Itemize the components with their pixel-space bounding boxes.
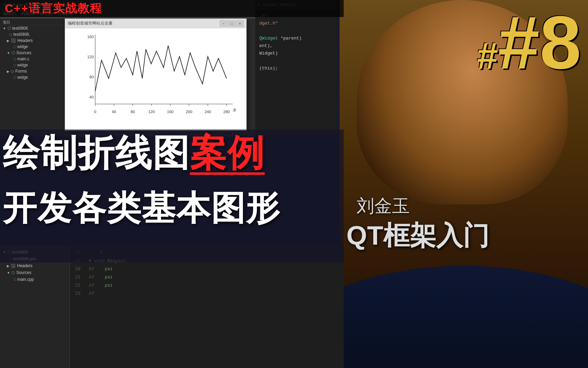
sidebar-item-label: Forms (15, 69, 27, 74)
chart-title-text: 编程创造城市网站点击量 (68, 20, 113, 26)
sidebar-item-label: Headers (17, 38, 33, 43)
chart-titlebar: 编程创造城市网站点击量 − □ × (65, 19, 246, 28)
main-title-line2: 开发各类基本图形 (3, 191, 280, 225)
sidebar-item-label: widge (17, 75, 28, 80)
code-line: ent), (259, 42, 333, 50)
svg-text:280: 280 (223, 109, 230, 114)
code-line (259, 57, 333, 65)
folder-icon: ⬛ (11, 264, 16, 268)
line-number: 22 (75, 281, 86, 290)
bottom-sidebar-sources[interactable]: ▼ ⬡ Sources (0, 269, 69, 276)
file-icon: □ (14, 57, 16, 61)
sidebar-item-forms[interactable]: ▶ ◇ Forms (0, 68, 68, 74)
svg-text:40: 40 (89, 95, 94, 99)
code-content: .h" dget.h" QWidget *parent) ent), Widge… (255, 10, 337, 75)
minimize-button[interactable]: − (220, 20, 227, 27)
line-number: 20 (75, 265, 86, 273)
arrow-right-icon: ▶ (7, 39, 10, 43)
line-number: 23 (75, 290, 86, 298)
episode-badge: ##8 (477, 5, 581, 80)
svg-text:120: 120 (148, 109, 155, 114)
maximize-button[interactable]: □ (228, 20, 235, 27)
svg-text:80: 80 (89, 75, 94, 79)
code-line-20: 20 // pai (75, 265, 338, 273)
close-button[interactable]: × (236, 20, 244, 27)
title-white-part: 绘制折线图 (3, 135, 190, 171)
hash-symbol: # (477, 34, 498, 76)
chart-window[interactable]: 编程创造城市网站点击量 − □ × 160 120 80 40 (65, 18, 247, 131)
sidebar-item-widget-cpp[interactable]: □ widge (0, 62, 68, 68)
folder-icon: ⬛ (11, 38, 16, 43)
svg-text:水平轴: 水平轴 (233, 107, 236, 112)
bottom-sidebar: ▼ ⬡ test0806 □ test0806.pro ▶ ⬛ Headers … (0, 245, 70, 368)
code-line (259, 27, 333, 35)
sidebar-item-label: widge (17, 44, 28, 49)
arrow-down-icon: ▼ (7, 51, 10, 55)
project-icon: ⬡ (7, 26, 11, 31)
title-line2-text: 开发各类基本图形 (3, 189, 280, 227)
sidebar-item-label: test0806 (12, 26, 28, 31)
svg-text:120: 120 (87, 55, 94, 59)
svg-text:0: 0 (94, 109, 96, 114)
bottom-sidebar-headers[interactable]: ▶ ⬛ Headers (0, 262, 69, 269)
line-chart-svg: 160 120 80 40 0 40 80 120 160 200 240 28… (80, 31, 236, 119)
project-label: 项目 (0, 18, 68, 25)
sources-icon: ⬡ (12, 271, 15, 275)
sidebar-item-label: Headers (17, 263, 32, 268)
red-underline (190, 172, 265, 175)
sidebar-item-widget-ui[interactable]: □ widge (0, 74, 68, 80)
code-line-21: 21 // pai (75, 273, 338, 281)
svg-text:40: 40 (112, 109, 116, 114)
main-title-line1: 绘制折线图 案例 (3, 135, 265, 171)
sidebar-item-main-c[interactable]: □ main.c (0, 56, 68, 62)
qt-framework-label: QT框架入门 (346, 218, 489, 254)
top-header-bar: C++语言实战教程 (0, 0, 344, 17)
arrow-right-icon: ▶ (7, 70, 10, 73)
code-line: dget.h" (259, 20, 333, 27)
code-line: (this); (259, 65, 333, 72)
file-icon: □ (14, 45, 16, 49)
sidebar-item-label: main.cpp (17, 277, 34, 282)
arrow-down-icon: ▼ (3, 27, 6, 30)
code-line-23: 23 // (75, 290, 338, 298)
bottom-code-editor: 15 J 16 ▼ void Wicpain 20 // pai 21 // p… (70, 245, 344, 368)
qt-creator-area: widget.cpp @ test0806 - Qt Creator 编辑(E)… (0, 0, 259, 136)
arrow-right-icon: ▶ (7, 264, 10, 268)
title-red-part: 案例 (190, 135, 265, 171)
sidebar-top: ▼ ⬡ test0806 □ test0806. ▶ ⬛ Headers □ w… (0, 25, 68, 136)
sidebar-item-project[interactable]: ▼ ⬡ test0806 (0, 25, 68, 31)
sources-icon: ⬡ (12, 50, 15, 55)
svg-text:240: 240 (205, 109, 211, 114)
code-line-22: 22 // pai (75, 281, 338, 290)
person-name: 刘金玉 (357, 194, 410, 218)
svg-text:80: 80 (131, 109, 135, 114)
forms-icon: ◇ (11, 69, 14, 74)
bottom-qt-area: ▼ ⬡ test0806 □ test0806.pro ▶ ⬛ Headers … (0, 245, 344, 368)
episode-number: #8 (498, 1, 581, 85)
sidebar-item-label: main.c (17, 57, 29, 61)
sidebar-item-label: Sources (16, 270, 31, 275)
person-area: ##8 刘金玉 QT框架入门 (340, 0, 588, 368)
file-icon: □ (14, 63, 16, 67)
main-container: widget.cpp @ test0806 - Qt Creator 编辑(E)… (0, 0, 588, 368)
sidebar-item-headers[interactable]: ▶ ⬛ Headers (0, 37, 68, 44)
sidebar-item-widget-h[interactable]: □ widge (0, 44, 68, 50)
svg-text:200: 200 (186, 109, 192, 114)
svg-text:160: 160 (87, 34, 94, 39)
top-header-text: C++语言实战教程 (5, 1, 102, 16)
chart-canvas: 160 120 80 40 0 40 80 120 160 200 240 28… (65, 28, 246, 131)
sidebar-item-label: test0806. (13, 32, 30, 37)
file-icon: □ (10, 32, 12, 37)
sidebar-item-label: Sources (16, 50, 31, 55)
code-line: QWidget *parent) (259, 35, 333, 42)
code-line: Widget) (259, 50, 333, 57)
arrow-down-icon: ▼ (7, 271, 10, 275)
sidebar-item-label: widge (17, 63, 28, 67)
sidebar-item-sources[interactable]: ▼ ⬡ Sources (0, 50, 68, 56)
svg-text:160: 160 (167, 109, 174, 114)
chart-window-controls: − □ × (220, 20, 244, 27)
bottom-sidebar-main-cpp[interactable]: □ main.cpp (0, 276, 69, 283)
line-number: 21 (75, 273, 86, 281)
sidebar-item-pro[interactable]: □ test0806. (0, 31, 68, 37)
code-editor-top: × <Select Symbol> .h" dget.h" QWidget *p… (255, 0, 337, 136)
